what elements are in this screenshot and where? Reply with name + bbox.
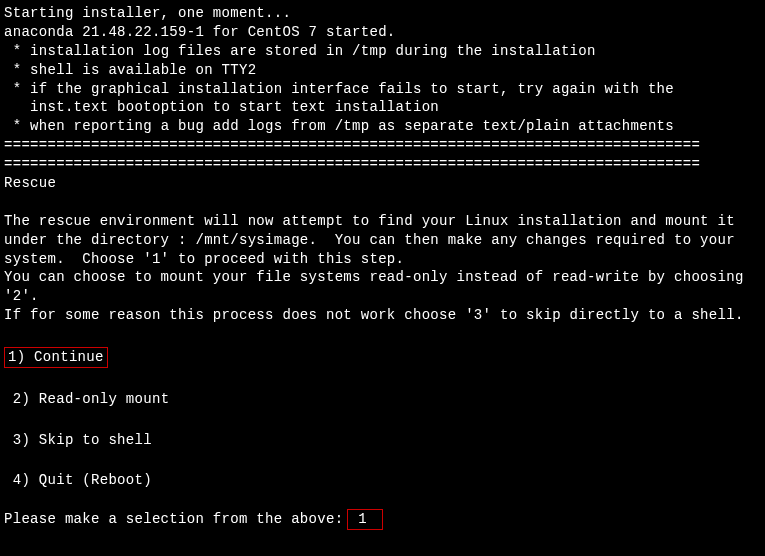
boot-line-anaconda: anaconda 21.48.22.159-1 for CentOS 7 sta… [4,23,761,42]
rescue-paragraph-3: If for some reason this process does not… [4,306,761,325]
option-read-only-label: 2) Read-only mount [13,391,170,407]
option-continue-label: 1) Continue [8,349,104,365]
rescue-paragraph-2: You can choose to mount your file system… [4,268,761,306]
blank-line [4,368,761,387]
rescue-paragraph-1: The rescue environment will now attempt … [4,212,761,269]
divider-top: ========================================… [4,136,761,155]
boot-bullet-logfiles: * installation log files are stored in /… [4,42,761,61]
option-quit-reboot[interactable]: 4) Quit (Reboot) [4,471,761,490]
blank-line [4,325,761,344]
boot-bullet-shell-tty2: * shell is available on TTY2 [4,61,761,80]
boot-bullet-graphical-a: * if the graphical installation interfac… [4,80,761,99]
option-continue-highlight: 1) Continue [4,347,108,368]
option-skip-shell-label: 3) Skip to shell [13,432,152,448]
selection-prompt-label: Please make a selection from the above: [4,510,343,529]
option-continue-row[interactable]: 1) Continue [4,347,761,368]
option-skip-shell[interactable]: 3) Skip to shell [4,431,761,450]
blank-line [4,490,761,509]
option-quit-reboot-label: 4) Quit (Reboot) [13,472,152,488]
divider-bottom: ========================================… [4,155,761,174]
blank-line [4,193,761,212]
boot-line-starting: Starting installer, one moment... [4,4,761,23]
selection-prompt-row: Please make a selection from the above: … [4,509,761,530]
option-read-only[interactable]: 2) Read-only mount [4,390,761,409]
boot-bullet-graphical-b: inst.text bootoption to start text insta… [4,98,761,117]
blank-line [4,409,761,428]
selection-input[interactable]: 1 [347,509,383,530]
blank-line [4,449,761,468]
section-title-rescue: Rescue [4,174,761,193]
boot-bullet-bug-report: * when reporting a bug add logs from /tm… [4,117,761,136]
